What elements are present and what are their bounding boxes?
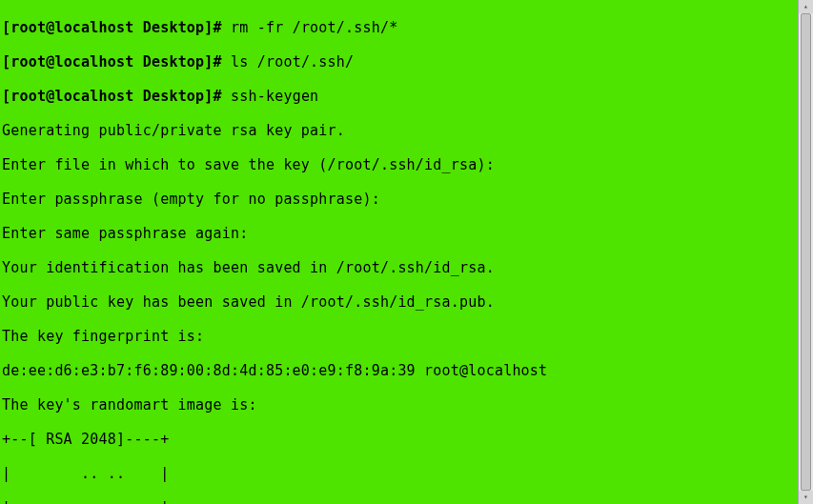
randomart-line: +--[ RSA 2048]----+ [2, 431, 798, 448]
scrollbar-thumb[interactable] [801, 13, 811, 491]
output-line: Your public key has been saved in /root/… [2, 293, 798, 311]
vertical-scrollbar[interactable]: ▴ ▾ [798, 0, 813, 504]
output-line: The key fingerprint is: [2, 328, 798, 345]
scroll-up-icon[interactable]: ▴ [799, 0, 813, 13]
prompt-line: [root@localhost Desktop]# rm -fr /root/.… [2, 19, 798, 36]
prompt-line: [root@localhost Desktop]# ssh-keygen [2, 88, 798, 105]
output-line: The key's randomart image is: [2, 396, 798, 413]
scroll-down-icon[interactable]: ▾ [799, 491, 813, 504]
output-line: de:ee:d6:e3:b7:f6:89:00:8d:4d:85:e0:e9:f… [2, 362, 798, 379]
randomart-line: | .. .. | [2, 465, 798, 482]
command-text: ssh-keygen [231, 88, 318, 105]
output-line: Enter file in which to save the key (/ro… [2, 156, 798, 173]
randomart-line: | . . ... | [2, 499, 798, 504]
output-line: Enter same passphrase again: [2, 225, 798, 242]
command-text: ls /root/.ssh/ [231, 53, 354, 71]
output-line: Generating public/private rsa key pair. [2, 122, 798, 139]
output-line: Your identification has been saved in /r… [2, 259, 798, 276]
output-line: Enter passphrase (empty for no passphras… [2, 191, 798, 208]
command-text: rm -fr /root/.ssh/* [231, 19, 397, 36]
prompt-line: [root@localhost Desktop]# ls /root/.ssh/ [2, 53, 798, 71]
terminal-window[interactable]: [root@localhost Desktop]# rm -fr /root/.… [0, 0, 798, 504]
